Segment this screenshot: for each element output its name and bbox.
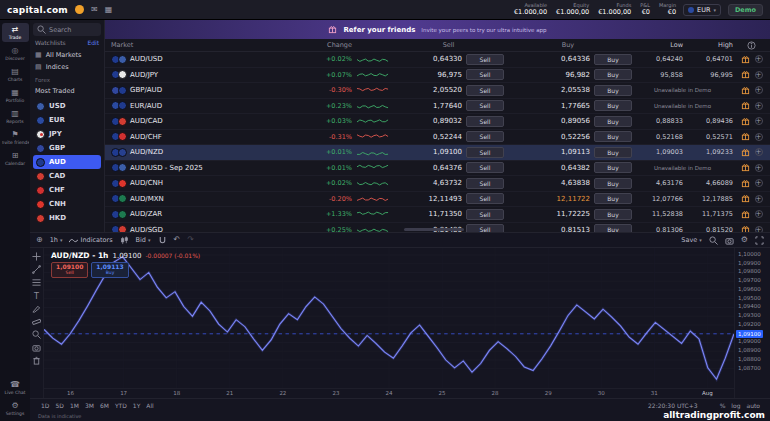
scale-button--[interactable]: %	[718, 402, 728, 409]
apps-icon[interactable]: ▦	[105, 6, 113, 14]
sidebar-item-charts[interactable]: ▤Charts	[2, 65, 29, 84]
time-axis[interactable]: 161718212223242528293031Aug	[44, 388, 734, 398]
currency-filter-chf[interactable]: CHF	[33, 183, 101, 197]
currency-filter-gbp[interactable]: GBP	[33, 141, 101, 155]
crosshair-tool-icon[interactable]	[32, 252, 41, 261]
text-tool-icon[interactable]: T	[32, 291, 41, 300]
col-header-high[interactable]: High	[683, 41, 733, 49]
sidebar-item-portfolio[interactable]: ▦Portfolio	[2, 86, 29, 105]
sell-button[interactable]: Sell	[466, 209, 504, 220]
add-to-watchlist-icon[interactable]: +	[755, 55, 763, 63]
sell-button[interactable]: Sell	[466, 54, 504, 65]
gift-icon[interactable]	[741, 70, 750, 79]
table-row[interactable]: AUD/NZD+0.01%1,09100Sell1,09113Buy1,0900…	[105, 145, 770, 161]
edit-watchlists-button[interactable]: Edit	[87, 39, 99, 46]
interval-button-1y[interactable]: 1Y	[130, 402, 143, 409]
add-to-watchlist-icon[interactable]: +	[755, 179, 763, 187]
gift-icon[interactable]	[741, 225, 750, 232]
col-header-low[interactable]: Low	[632, 41, 683, 49]
currency-filter-aud[interactable]: AUD	[33, 155, 101, 169]
add-to-watchlist-icon[interactable]: +	[755, 86, 763, 94]
brush-tool-icon[interactable]	[32, 304, 41, 313]
table-row[interactable]: AUD/MXN-0.20%12,11493Sell12,11722Buy12,0…	[105, 192, 770, 208]
fibonacci-tool-icon[interactable]	[32, 278, 41, 287]
search-icon[interactable]	[709, 236, 718, 245]
most-traded-item[interactable]: Most Traded	[33, 85, 101, 97]
demo-badge[interactable]: Demo	[728, 4, 763, 16]
buy-button[interactable]: Buy	[594, 100, 632, 111]
interval-button-ytd[interactable]: YTD	[112, 402, 130, 409]
table-row[interactable]: AUD/USD - Sep 2025+0.01%0,64376Sell0,643…	[105, 161, 770, 177]
rewards-coin-icon[interactable]	[75, 5, 84, 14]
magnet-icon[interactable]	[158, 236, 167, 245]
table-scrollbar[interactable]	[404, 228, 464, 231]
buy-button[interactable]: Buy	[594, 69, 632, 80]
undo-icon[interactable]: ↶	[174, 236, 181, 244]
gear-icon[interactable]: ⚙	[741, 236, 748, 244]
currency-filter-cnh[interactable]: CNH	[33, 197, 101, 211]
save-layout-button[interactable]: Save▾	[681, 236, 701, 244]
interval-button-3m[interactable]: 3M	[82, 402, 97, 409]
add-to-watchlist-icon[interactable]: +	[755, 71, 763, 79]
add-to-watchlist-icon[interactable]: +	[755, 133, 763, 141]
add-to-watchlist-icon[interactable]: +	[755, 210, 763, 218]
sell-button[interactable]: Sell	[466, 178, 504, 189]
logo[interactable]: capital.com	[7, 5, 68, 15]
buy-button[interactable]: Buy	[594, 162, 632, 173]
table-row[interactable]: GBP/AUD-0.30%2,05520Sell2,05538BuyUnavai…	[105, 83, 770, 99]
sell-button[interactable]: Sell	[466, 224, 504, 232]
add-to-watchlist-icon[interactable]: +	[755, 226, 763, 232]
sidebar-item-discover[interactable]: ◎Discover	[2, 44, 29, 63]
sell-button[interactable]: Sell	[466, 69, 504, 80]
interval-button-6m[interactable]: 6M	[97, 402, 112, 409]
watchlist-group-indices[interactable]: ▤Indices	[33, 61, 101, 73]
referral-banner[interactable]: Refer your friends Invite your peers to …	[105, 20, 770, 39]
sidebar-item-settings[interactable]: ⚙Settings	[2, 399, 29, 418]
sell-button[interactable]: Sell	[466, 147, 504, 158]
sell-button[interactable]: Sell	[466, 193, 504, 204]
gift-icon[interactable]	[741, 55, 750, 64]
sidebar-item-trade[interactable]: ⇄Trade	[2, 23, 29, 42]
buy-button[interactable]: Buy	[594, 131, 632, 142]
table-row[interactable]: AUD/CHF-0.31%0,52244Sell0,52256Buy0,5216…	[105, 130, 770, 146]
trendline-tool-icon[interactable]	[32, 265, 41, 274]
chart-plot-area[interactable]: AUD/NZD - 1h 1.09100 -0.00007 (-0.01%) 1…	[44, 248, 734, 388]
gift-icon[interactable]	[741, 132, 750, 141]
currency-filter-eur[interactable]: EUR	[33, 113, 101, 127]
buy-button[interactable]: Buy	[594, 116, 632, 127]
gift-icon[interactable]	[741, 163, 750, 172]
currency-filter-jpy[interactable]: JPY	[33, 127, 101, 141]
table-row[interactable]: AUD/JPY+0.07%96,975Sell96,982Buy95,85896…	[105, 68, 770, 84]
buy-button[interactable]: Buy	[594, 147, 632, 158]
gift-icon[interactable]	[741, 86, 750, 95]
buy-button[interactable]: Buy	[594, 85, 632, 96]
gift-icon[interactable]	[741, 179, 750, 188]
chart-sell-button[interactable]: 1,09100 Sell	[51, 262, 88, 278]
camera-icon[interactable]	[725, 236, 734, 245]
currency-filter-usd[interactable]: USD	[33, 99, 101, 113]
chart-buy-button[interactable]: 1,09113 Buy	[91, 262, 128, 278]
gift-icon[interactable]	[741, 101, 750, 110]
ruler-tool-icon[interactable]	[32, 317, 41, 326]
gift-icon[interactable]	[741, 210, 750, 219]
sell-button[interactable]: Sell	[466, 162, 504, 173]
sell-button[interactable]: Sell	[466, 100, 504, 111]
zoom-tool-icon[interactable]	[32, 330, 41, 339]
interval-button-5d[interactable]: 5D	[52, 402, 66, 409]
fullscreen-icon[interactable]	[755, 236, 764, 245]
currency-filter-cad[interactable]: CAD	[33, 169, 101, 183]
interval-button-1d[interactable]: 1D	[38, 402, 52, 409]
col-header-buy[interactable]: Buy	[504, 41, 632, 49]
interval-button-1m[interactable]: 1M	[67, 402, 82, 409]
table-row[interactable]: AUD/CNH+0.02%4,63732Sell4,63838Buy4,6317…	[105, 176, 770, 192]
currency-selector[interactable]: EUR ▾	[683, 4, 721, 16]
scale-button-auto[interactable]: auto	[744, 402, 762, 409]
trash-tool-icon[interactable]	[32, 356, 41, 365]
table-row[interactable]: AUD/USD+0.02%0,64330Sell0,64336Buy0,6424…	[105, 52, 770, 68]
sell-button[interactable]: Sell	[466, 85, 504, 96]
scale-button-log[interactable]: log	[729, 402, 742, 409]
chart-clock[interactable]: 22:20:30 UTC+3	[648, 402, 698, 409]
table-row[interactable]: AUD/ZAR+1.33%11,71350Sell11,72225Buy11,5…	[105, 207, 770, 223]
price-type-selector[interactable]: Bid▾	[136, 236, 151, 244]
sidebar-item-reports[interactable]: ▥Reports	[2, 107, 29, 126]
